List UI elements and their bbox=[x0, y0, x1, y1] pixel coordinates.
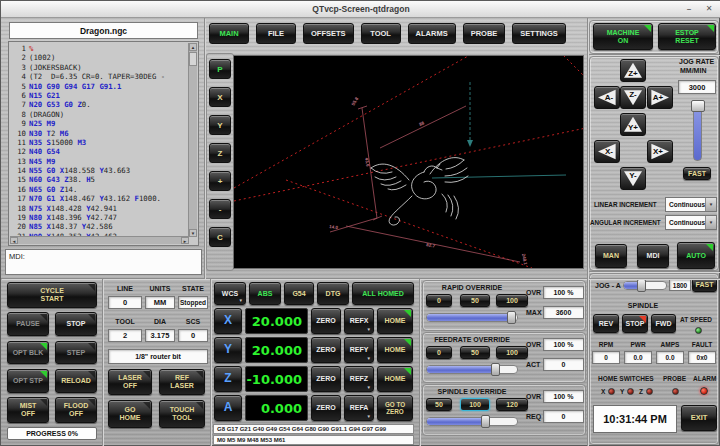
ref-x-button[interactable]: REFX bbox=[344, 308, 374, 334]
all-homed-button[interactable]: ALL HOMED bbox=[352, 282, 414, 305]
jog-rate-slider[interactable] bbox=[693, 101, 702, 161]
gcode-line[interactable]: 10N30 T2 M6 bbox=[11, 129, 189, 138]
gcode-line[interactable]: 9N25 M9 bbox=[11, 119, 189, 128]
ref-a-button[interactable]: REFA bbox=[344, 395, 374, 421]
chevron-down-icon[interactable] bbox=[705, 198, 716, 211]
laser-button[interactable]: LASER OFF bbox=[108, 369, 152, 395]
slider-handle[interactable] bbox=[507, 311, 516, 324]
spindle-fwd-button[interactable]: FWD bbox=[651, 314, 676, 333]
close-icon[interactable] bbox=[703, 3, 715, 15]
touch-tool-button[interactable]: TOUCH TOOL bbox=[159, 400, 205, 428]
zero-y-button[interactable]: ZERO bbox=[311, 337, 341, 363]
opt-stp-button[interactable]: OPT STP bbox=[7, 369, 49, 393]
scroll-up-icon[interactable]: ▲ bbox=[189, 43, 197, 51]
slider-handle[interactable] bbox=[691, 100, 705, 112]
feed-50-button[interactable]: 50 bbox=[460, 346, 490, 359]
ref-y-button[interactable]: REFY bbox=[344, 337, 374, 363]
gcode-horizontal-scrollbar[interactable]: ◄ ► bbox=[10, 236, 189, 244]
machine-on-button[interactable]: MACHINE ON bbox=[593, 23, 653, 50]
tab-probe[interactable]: PROBE bbox=[463, 23, 506, 44]
angular-increment-select[interactable]: Continuous bbox=[665, 215, 717, 230]
gcode-line[interactable]: 2(1002) bbox=[11, 53, 189, 62]
jog-z-minus-button[interactable]: Z- bbox=[620, 86, 646, 109]
jog-fast-button[interactable]: FAST bbox=[683, 167, 711, 180]
rapid-100-button[interactable]: 100 bbox=[496, 294, 528, 307]
auto-mode-button[interactable]: AUTO bbox=[677, 242, 715, 269]
spindle-100-button[interactable]: 100 bbox=[460, 398, 490, 411]
gcode-line[interactable]: 16N65 G0 Z14. bbox=[11, 185, 189, 194]
axis-a-button[interactable]: A bbox=[214, 395, 242, 421]
slider-handle[interactable] bbox=[637, 279, 646, 292]
scroll-down-icon[interactable]: ▼ bbox=[189, 229, 197, 237]
gcode-line[interactable]: 11N35 S15000 M3 bbox=[11, 138, 189, 147]
go-home-button[interactable]: GO HOME bbox=[108, 400, 152, 428]
rapid-0-button[interactable]: 0 bbox=[426, 294, 452, 307]
jog-y-plus-button[interactable]: Y+ bbox=[620, 113, 646, 136]
spindle-override-slider[interactable] bbox=[426, 417, 518, 426]
gcode-line[interactable]: 4(T2 D=6.35 CR=0. TAPER=30DEG - bbox=[11, 72, 189, 81]
tab-offsets[interactable]: OFFSETS bbox=[303, 23, 354, 44]
spindle-120-button[interactable]: 120 bbox=[496, 398, 528, 411]
zero-z-button[interactable]: ZERO bbox=[311, 366, 341, 392]
preview-btn-minus[interactable]: - bbox=[209, 199, 231, 219]
jog-x-plus-button[interactable]: X+ bbox=[647, 140, 673, 163]
zero-x-button[interactable]: ZERO bbox=[311, 308, 341, 334]
chevron-down-icon[interactable] bbox=[705, 216, 716, 229]
go-to-zero-button[interactable]: GO TO ZERO bbox=[377, 395, 413, 421]
preview-canvas[interactable]: 55.8 43.6 14.0 88 82.7 240.1 bbox=[233, 55, 584, 269]
reload-button[interactable]: RELOAD bbox=[55, 369, 97, 393]
axis-y-button[interactable]: Y bbox=[214, 337, 242, 363]
preview-btn-plus[interactable]: + bbox=[209, 171, 231, 191]
gcode-line[interactable]: 15N60 G43 Z38. H5 bbox=[11, 175, 189, 184]
tab-tool[interactable]: TOOL bbox=[361, 23, 401, 44]
gcode-line[interactable]: 1% bbox=[11, 44, 189, 53]
slider-handle[interactable] bbox=[481, 415, 490, 428]
opt-blk-button[interactable]: OPT BLK bbox=[7, 341, 49, 364]
spindle-50-button[interactable]: 50 bbox=[426, 398, 452, 411]
gcode-line[interactable]: 20N85 X148.37 Y42.586 bbox=[11, 222, 189, 231]
feed-100-button[interactable]: 100 bbox=[496, 346, 528, 359]
home-x-button[interactable]: HOME bbox=[377, 308, 413, 334]
ref-z-button[interactable]: REFZ bbox=[344, 366, 374, 392]
jog-a-plus-button[interactable]: A+ bbox=[647, 86, 673, 109]
rapid-50-button[interactable]: 50 bbox=[460, 294, 490, 307]
axis-z-button[interactable]: Z bbox=[214, 366, 242, 392]
dtg-button[interactable]: DTG bbox=[317, 282, 349, 305]
flood-button[interactable]: FLOOD OFF bbox=[55, 397, 97, 423]
jog-a-fast-button[interactable]: FAST bbox=[692, 278, 717, 292]
slider-handle[interactable] bbox=[491, 363, 500, 376]
tab-file[interactable]: FILE bbox=[256, 23, 296, 44]
jog-x-minus-button[interactable]: X- bbox=[594, 140, 620, 163]
preview-btn-x[interactable]: X bbox=[209, 87, 231, 107]
scrollbar-thumb[interactable] bbox=[189, 52, 197, 66]
preview-btn-p[interactable]: P bbox=[209, 59, 231, 79]
gcode-line[interactable]: 19N80 X148.396 Y42.747 bbox=[11, 213, 189, 222]
jog-a-slider[interactable] bbox=[623, 281, 667, 290]
scroll-left-icon[interactable]: ◄ bbox=[10, 237, 18, 244]
home-z-button[interactable]: HOME bbox=[377, 366, 413, 392]
gcode-line[interactable]: 17N70 G1 X148.467 Y43.162 F1000. bbox=[11, 194, 189, 203]
step-button[interactable]: STEP bbox=[55, 341, 97, 364]
axis-x-button[interactable]: X bbox=[214, 308, 242, 334]
wcs-system-button[interactable]: G54 bbox=[284, 282, 314, 305]
ref-laser-button[interactable]: REF LASER bbox=[159, 369, 205, 395]
preview-btn-z[interactable]: Z bbox=[209, 143, 231, 163]
preview-btn-y[interactable]: Y bbox=[209, 115, 231, 135]
estop-reset-button[interactable]: ESTOP RESET bbox=[658, 23, 716, 50]
exit-button[interactable]: EXIT bbox=[681, 405, 717, 431]
tab-alarms[interactable]: ALARMS bbox=[408, 23, 456, 44]
home-y-button[interactable]: HOME bbox=[377, 337, 413, 363]
jog-a-minus-button[interactable]: A- bbox=[594, 86, 620, 109]
mdi-mode-button[interactable]: MDI bbox=[637, 244, 669, 268]
cycle-start-button[interactable]: CYCLE START bbox=[7, 282, 97, 308]
spindle-rev-button[interactable]: REV bbox=[593, 314, 619, 333]
jog-y-minus-button[interactable]: Y- bbox=[620, 167, 646, 190]
feed-0-button[interactable]: 0 bbox=[426, 346, 452, 359]
preview-btn-c[interactable]: C bbox=[209, 227, 231, 247]
feedrate-override-slider[interactable] bbox=[426, 365, 518, 374]
gcode-line[interactable]: 3(JOKERSBACK) bbox=[11, 63, 189, 72]
gcode-list[interactable]: 1%2(1002)3(JOKERSBACK)4(T2 D=6.35 CR=0. … bbox=[8, 41, 199, 246]
scroll-right-icon[interactable]: ► bbox=[181, 237, 189, 244]
spindle-stop-button[interactable]: STOP bbox=[622, 314, 648, 333]
jog-z-plus-button[interactable]: Z+ bbox=[620, 59, 646, 82]
